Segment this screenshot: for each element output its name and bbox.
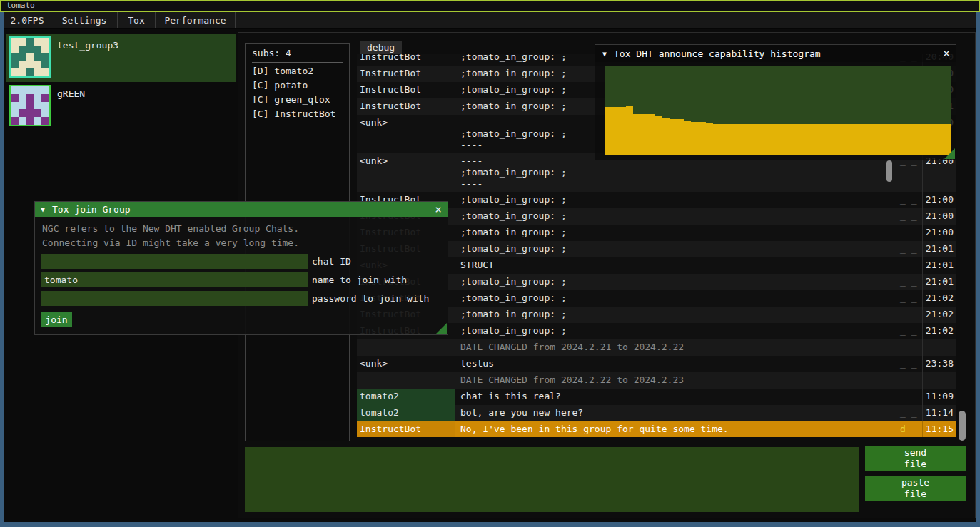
histogram-bar: [756, 124, 763, 155]
message-flags: _ _: [894, 290, 923, 307]
message-timestamp: 21:02: [923, 307, 956, 323]
histogram-bar: [785, 124, 792, 155]
message-timestamp: 21:01: [923, 257, 956, 274]
histogram-bar: [778, 124, 785, 155]
window-title: tomato: [6, 1, 35, 10]
message-text: ;tomato_in_group: ;: [455, 323, 894, 339]
message-timestamp: 21:01: [923, 274, 956, 290]
message-flags: _ _: [894, 389, 923, 405]
message-flags: d _: [894, 421, 923, 437]
group-item-gREEN[interactable]: gREEN: [6, 82, 236, 123]
chat-id-label: chat ID: [312, 256, 351, 267]
tab-debug[interactable]: debug: [360, 41, 402, 54]
message-timestamp: 21:00: [923, 192, 956, 208]
histogram-bar: [821, 124, 828, 155]
message-input[interactable]: [245, 447, 859, 512]
histogram-bar: [771, 124, 778, 155]
message-row[interactable]: tomato2chat is this real?_ _11:09: [357, 389, 956, 405]
histogram-bar: [720, 124, 727, 155]
join-password-input[interactable]: [41, 291, 308, 306]
message-timestamp: 21:00: [923, 208, 956, 225]
histogram-bar: [655, 116, 662, 155]
histogram-bar: [799, 124, 807, 155]
histogram-bar: [915, 124, 922, 155]
histogram-bar: [807, 124, 814, 155]
message-text: testus: [455, 356, 894, 372]
window-titlebar[interactable]: tomato: [0, 0, 980, 12]
menu-item-2-0fps[interactable]: 2.0FPS: [4, 12, 51, 28]
message-text: STRUCT: [455, 257, 894, 274]
menu-item-tox[interactable]: Tox: [118, 12, 156, 28]
histogram-bar: [864, 124, 872, 155]
group-item-test_group3[interactable]: test_group3: [6, 34, 236, 82]
histogram-bar: [908, 124, 915, 155]
resize-grip-icon[interactable]: [436, 323, 447, 334]
message-text: ;tomato_in_group: ;: [455, 192, 894, 208]
message-row[interactable]: <unk>testus_ _23:38: [357, 356, 956, 372]
date-separator-row[interactable]: DATE CHANGED from 2024.2.21 to 2024.2.22: [357, 339, 956, 356]
message-timestamp: 11:09: [923, 389, 956, 405]
resize-grip-icon[interactable]: [944, 148, 955, 159]
histogram-bar: [843, 124, 850, 155]
message-flags: _ _: [894, 307, 923, 323]
app-window: tomato 2.0FPSSettingsToxPerformance test…: [0, 0, 980, 527]
chat-id-input[interactable]: [41, 254, 308, 269]
histogram-bar: [734, 124, 742, 155]
message-mini-scrollbar[interactable]: [886, 160, 892, 182]
message-author: tomato2: [357, 389, 455, 405]
histogram-bar: [670, 119, 677, 155]
window-border-right: [976, 12, 980, 522]
subs-count-label: subs: 4: [246, 44, 349, 58]
subs-separator: [252, 62, 343, 63]
histogram-bar: [879, 124, 886, 155]
member-item[interactable]: [C] green_qtox: [246, 93, 349, 107]
paste-file-button[interactable]: paste file: [865, 476, 966, 501]
message-text: ;tomato_in_group: ;: [455, 225, 894, 241]
message-text: ;tomato_in_group: ;: [455, 241, 894, 257]
dht-histogram-titlebar[interactable]: ▼ Tox DHT announce capability histogram …: [595, 45, 956, 62]
histogram-bar: [684, 121, 691, 155]
histogram-bar: [727, 124, 734, 155]
message-author: tomato2: [357, 405, 455, 421]
message-row[interactable]: tomato2bot, are you new here?_ _11:14: [357, 405, 956, 421]
send-file-button[interactable]: send file: [865, 446, 966, 471]
message-timestamp: 21:02: [923, 290, 956, 307]
member-item[interactable]: [C] potato: [246, 78, 349, 93]
chat-scrollbar-thumb[interactable]: [959, 411, 966, 441]
menu-item-performance[interactable]: Performance: [156, 12, 236, 28]
join-group-dialog: ▼ Tox join Group × NGC refers to the New…: [34, 201, 448, 335]
join-name-input[interactable]: [41, 272, 308, 287]
message-flags: _ _: [894, 257, 923, 274]
message-timestamp: [923, 339, 956, 356]
collapse-icon[interactable]: ▼: [602, 50, 607, 58]
member-item[interactable]: [D] tomato2: [246, 64, 349, 78]
message-flags: [894, 339, 923, 356]
message-text: bot, are you new here?: [455, 405, 894, 421]
histogram-bar: [612, 107, 619, 155]
histogram-bar: [893, 124, 900, 155]
menu-item-settings[interactable]: Settings: [51, 12, 118, 28]
close-icon[interactable]: ×: [943, 48, 950, 59]
message-flags: _ _: [894, 274, 923, 290]
histogram-bar: [814, 124, 821, 155]
histogram-bar: [691, 122, 698, 155]
message-timestamp: 21:00: [923, 225, 956, 241]
histogram-bar: [662, 118, 670, 155]
member-item[interactable]: [C] InstructBot: [246, 107, 349, 121]
message-author: <unk>: [357, 153, 455, 192]
histogram-bar: [641, 114, 648, 155]
histogram-bar: [936, 124, 944, 155]
message-text: DATE CHANGED from 2024.2.21 to 2024.2.22: [455, 339, 894, 356]
message-row[interactable]: InstructBotNo, I've been in this group f…: [357, 421, 956, 437]
message-timestamp: [923, 372, 956, 389]
message-timestamp: 21:01: [923, 241, 956, 257]
join-group-titlebar[interactable]: ▼ Tox join Group ×: [35, 202, 448, 217]
message-text: ;tomato_in_group: ;: [455, 307, 894, 323]
message-timestamp: 23:38: [923, 356, 956, 372]
date-separator-row[interactable]: DATE CHANGED from 2024.2.22 to 2024.2.23: [357, 372, 956, 389]
message-text: ;tomato_in_group: ;: [455, 274, 894, 290]
collapse-icon[interactable]: ▼: [41, 205, 45, 213]
message-timestamp: 11:15: [923, 421, 956, 437]
close-icon[interactable]: ×: [435, 204, 442, 215]
join-button[interactable]: join: [41, 312, 72, 327]
